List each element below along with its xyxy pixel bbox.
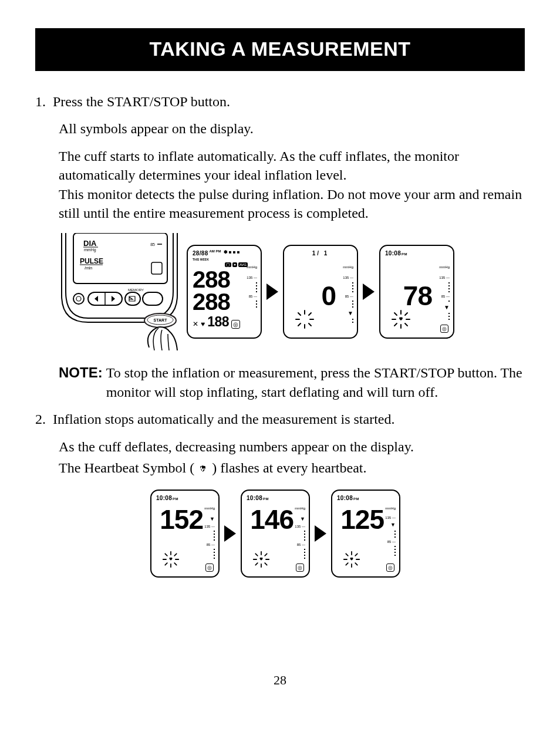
mmhg-label: mmHg xyxy=(84,248,96,252)
svg-rect-5 xyxy=(151,262,162,274)
svg-line-36 xyxy=(165,554,167,556)
thisweek-label: THIS WEEK xyxy=(193,258,256,262)
heartbeat-inline-icon xyxy=(198,460,208,479)
figure-row-1: DIA mmHg PULSE /min 85 MEMORY xyxy=(59,233,525,350)
note-body: To stop the inflation or measurement, pr… xyxy=(106,363,525,401)
figure-row-2: 10:08 PM 152 ◎ mmHg ▼ 135 — 85 — xyxy=(150,490,525,578)
arrow-icon xyxy=(224,525,236,542)
heart-icon: ♥ xyxy=(232,262,237,267)
ampm-label: AM PM xyxy=(210,249,221,258)
step-number: 1. xyxy=(35,92,49,111)
step1-para1: All symbols appear on the display. xyxy=(59,119,525,138)
heartbeat-icon xyxy=(252,551,270,568)
heartbeat-icon xyxy=(343,551,360,568)
svg-line-53 xyxy=(355,563,357,565)
svg-point-7 xyxy=(73,293,84,304)
screen-c-time: 10:08 xyxy=(385,249,401,258)
content: 1. Press the START/STOP button. All symb… xyxy=(35,71,525,689)
step1-para2: The cuff starts to inflate automatically… xyxy=(59,147,525,185)
screen-b-top: 1/ 1 xyxy=(289,249,352,258)
time-label: 10:08 xyxy=(156,494,172,502)
svg-line-21 xyxy=(309,323,311,326)
pm-label: PM xyxy=(402,252,407,256)
arrow-icon xyxy=(266,284,278,300)
pm-label: PM xyxy=(173,497,178,501)
svg-line-30 xyxy=(394,323,397,326)
step-2: 2. Inflation stops automatically and the… xyxy=(35,410,525,479)
pm-label: PM xyxy=(263,497,269,501)
heartbeat-icon xyxy=(295,309,315,329)
svg-line-46 xyxy=(255,563,258,565)
svg-line-28 xyxy=(394,313,397,315)
ok-icon: ◎ xyxy=(205,563,214,572)
svg-text:85: 85 xyxy=(150,242,155,247)
svg-text:MEMORY: MEMORY xyxy=(128,288,144,292)
step2-para1: As the cuff deflates, decreasing numbers… xyxy=(59,437,525,456)
device-illustration: DIA mmHg PULSE /min 85 MEMORY xyxy=(59,233,182,350)
svg-line-47 xyxy=(265,554,267,556)
reading-value: 125 xyxy=(337,506,384,533)
step1-para3: This monitor detects the pulse during in… xyxy=(59,185,525,223)
step2-para2: The Heartbeat Symbol ( ) flashes at ever… xyxy=(59,458,525,479)
heartbeat-icon xyxy=(391,309,411,329)
svg-line-44 xyxy=(255,554,258,556)
step-1: 1. Press the START/STOP button. All symb… xyxy=(35,92,525,222)
svg-line-23 xyxy=(309,313,311,315)
scale: mmHg 135 — ▼ 85 — xyxy=(385,506,396,556)
svg-line-31 xyxy=(405,313,407,315)
note-label: NOTE: xyxy=(59,363,103,401)
svg-rect-12 xyxy=(143,292,163,305)
note: NOTE: To stop the inflation or measureme… xyxy=(59,363,525,401)
svg-text:START: START xyxy=(154,318,168,322)
reading-value: 152 xyxy=(156,506,203,533)
pulse-value: 188 xyxy=(207,313,229,331)
screen-152: 10:08 PM 152 ◎ mmHg ▼ 135 — 85 — xyxy=(150,490,220,578)
svg-line-38 xyxy=(165,563,167,565)
ok-icon: ◎ xyxy=(231,320,240,329)
svg-line-37 xyxy=(174,563,177,565)
screen-a-date: 28/88 xyxy=(193,249,208,258)
reading-value: 78 xyxy=(385,282,432,309)
heartbeat-icon xyxy=(162,551,180,568)
scale: mmHg ▼ 135 — 85 — xyxy=(204,506,215,559)
svg-line-54 xyxy=(346,563,348,565)
screen-125: 10:08 PM 125 ◎ mmHg 135 — ▼ 85 — xyxy=(331,490,400,578)
svg-point-8 xyxy=(76,296,81,301)
scale-a: mmHg 135 — 85 — xyxy=(247,265,257,308)
svg-rect-11 xyxy=(125,292,140,305)
time-label: 10:08 xyxy=(247,494,262,502)
svg-line-29 xyxy=(405,323,407,326)
svg-line-45 xyxy=(265,563,267,565)
screen-146: 10:08 PM 146 ◎ mmHg ▼ 135 — 85 — xyxy=(241,490,310,578)
pm-label: PM xyxy=(353,497,359,501)
step-number: 2. xyxy=(35,410,49,428)
scale: mmHg ▼ 135 — 85 — xyxy=(295,506,305,559)
scale-b: mmHg 135 — 85 — ▼ xyxy=(343,265,353,323)
arrow-icon xyxy=(315,525,326,542)
step-heading: Inflation stops automatically and the me… xyxy=(53,411,395,427)
svg-line-20 xyxy=(298,313,301,315)
time-label: 10:08 xyxy=(337,494,353,502)
screen-all-symbols: 28/88 AM PM ✽ ■ ■ ■ THIS WEEK ◯ ♥ AVG 28… xyxy=(187,245,262,339)
step-heading: Press the START/STOP button. xyxy=(53,94,230,109)
ok-icon: ◎ xyxy=(386,563,394,572)
ok-icon: ◎ xyxy=(296,563,304,572)
scale-c: mmHg 135 — 85 — ▼ xyxy=(439,265,450,320)
svg-line-22 xyxy=(298,323,301,326)
reading-value: 0 xyxy=(289,282,336,309)
page: TAKING A MEASUREMENT 1. Press the START/… xyxy=(0,0,560,713)
permin-label: /min xyxy=(85,266,92,270)
page-number: 28 xyxy=(35,671,525,689)
svg-line-52 xyxy=(346,554,348,556)
svg-line-39 xyxy=(174,554,177,556)
arrow-icon xyxy=(363,284,375,300)
svg-line-55 xyxy=(355,554,357,556)
dia-label: DIA xyxy=(83,239,97,248)
screen-78: 10:08 PM 78 ◎ mmHg 135 — 85 — ▼ xyxy=(379,245,454,339)
ok-icon: ◎ xyxy=(440,325,448,333)
reading-value: 146 xyxy=(247,506,294,533)
pulse-label: PULSE xyxy=(80,257,103,265)
screen-zero: 1/ 1 0 mmHg 135 — 85 — ▼ xyxy=(283,245,358,339)
section-title: TAKING A MEASUREMENT xyxy=(35,28,525,71)
